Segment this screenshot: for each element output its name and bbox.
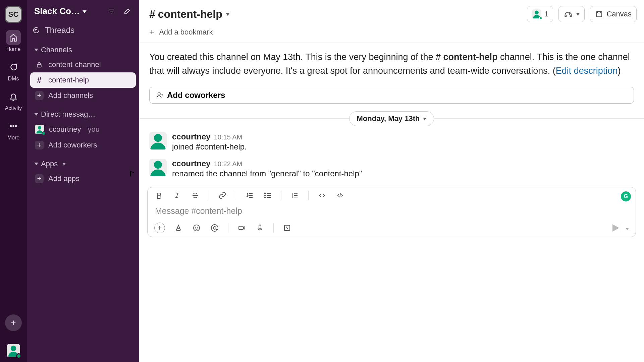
caret-down-icon [34, 113, 38, 116]
strike-button[interactable] [191, 191, 200, 200]
rail-activity[interactable]: Activity [5, 89, 22, 111]
mention-button[interactable] [210, 223, 219, 233]
add-coworkers-label: Add coworkers [48, 141, 97, 149]
add-bookmark-button[interactable]: +Add a bookmark [149, 27, 634, 37]
canvas-button[interactable]: Canvas [590, 6, 637, 22]
message-text: renamed the channel from "general" to "c… [172, 169, 362, 178]
emoji-button[interactable] [192, 223, 201, 233]
threads-link[interactable]: Threads [27, 21, 139, 41]
message-user[interactable]: ccourtney [172, 132, 211, 141]
svg-point-15 [196, 227, 196, 228]
app-rail: SC Home DMs Activity More [0, 0, 27, 362]
attach-button[interactable]: + [154, 223, 165, 233]
dm-avatar [35, 125, 44, 134]
svg-point-1 [13, 125, 14, 126]
italic-button[interactable] [172, 191, 182, 200]
dms-section-label: Direct messag… [41, 110, 96, 119]
codeblock-button[interactable] [335, 191, 345, 200]
huddle-button[interactable] [558, 6, 585, 22]
svg-point-11 [265, 193, 266, 194]
rail-more[interactable]: More [6, 119, 21, 141]
dms-section-header[interactable]: Direct messag… [30, 107, 136, 121]
user-avatar[interactable] [7, 344, 20, 357]
edit-description-link[interactable]: Edit description [556, 66, 618, 76]
dm-name: ccourtney [49, 125, 81, 134]
shortcut-button[interactable] [282, 223, 292, 233]
format-toolbar [148, 187, 636, 203]
message-user[interactable]: ccourtney [172, 159, 211, 168]
svg-point-5 [38, 126, 41, 129]
add-apps-button[interactable]: + Add apps [30, 171, 136, 186]
member-count: 1 [544, 10, 548, 18]
svg-point-3 [11, 346, 15, 351]
channel-title[interactable]: #content-help [149, 8, 230, 20]
audio-button[interactable] [255, 223, 265, 233]
caret-down-icon [34, 163, 38, 165]
channels-section-label: Channels [41, 46, 72, 54]
svg-point-14 [194, 225, 200, 231]
member-avatar [532, 9, 541, 19]
hash-icon: # [149, 8, 155, 20]
svg-point-13 [265, 197, 266, 198]
add-coworkers-button[interactable]: Add coworkers [149, 87, 634, 104]
member-count-button[interactable]: 1 [527, 6, 553, 22]
channel-label: content-help [48, 76, 89, 84]
canvas-label: Canvas [606, 10, 632, 18]
code-button[interactable] [317, 191, 327, 200]
bullet-list-button[interactable] [263, 191, 272, 200]
grammarly-icon[interactable]: G [621, 191, 631, 201]
intro-channel-ref: # content-help [436, 52, 498, 62]
chevron-down-icon [423, 118, 426, 120]
chevron-down-icon [576, 13, 580, 15]
video-button[interactable] [237, 223, 247, 233]
svg-point-9 [154, 134, 162, 142]
format-toggle-button[interactable] [174, 223, 183, 233]
send-icon [612, 224, 619, 232]
rail-home-label: Home [6, 46, 21, 52]
avatar[interactable] [149, 132, 167, 149]
date-jump-button[interactable]: Monday, May 13th [349, 111, 434, 126]
dm-ccourtney[interactable]: ccourtney you [30, 121, 136, 137]
add-channels-button[interactable]: + Add channels [30, 88, 136, 103]
channel-content-help[interactable]: # content-help [30, 72, 136, 88]
workspace-badge[interactable]: SC [5, 6, 22, 23]
message-text: joined #content-help. [172, 142, 247, 152]
channels-section-header[interactable]: Channels [30, 43, 136, 57]
rail-dms-label: DMs [8, 76, 19, 82]
svg-point-10 [154, 161, 162, 169]
send-button[interactable] [612, 224, 629, 232]
home-icon [6, 30, 21, 45]
svg-rect-4 [37, 64, 41, 67]
channel-content-channel[interactable]: content-channel [30, 57, 136, 72]
svg-point-17 [213, 227, 216, 229]
intro-text: You created this channel on May 13th. Th… [149, 52, 436, 62]
ordered-list-button[interactable] [245, 191, 254, 200]
apps-section-label: Apps [41, 160, 58, 168]
channel-intro: You created this channel on May 13th. Th… [139, 43, 644, 85]
sidebar: Slack Co… Threads Channels content-chann… [27, 0, 139, 362]
compose-button[interactable] [121, 5, 134, 17]
bell-icon [6, 89, 21, 104]
dm-icon [6, 60, 21, 74]
workspace-switcher[interactable]: Slack Co… [34, 6, 102, 16]
blockquote-button[interactable] [290, 191, 300, 200]
avatar[interactable] [149, 159, 167, 176]
threads-label: Threads [45, 25, 74, 35]
svg-point-2 [15, 125, 16, 126]
add-coworkers-button[interactable]: + Add coworkers [30, 137, 136, 153]
rail-home[interactable]: Home [6, 30, 21, 52]
channel-header: #content-help 1 Canvas [139, 0, 644, 25]
send-options[interactable] [622, 224, 629, 232]
add-bookmark-label: Add a bookmark [159, 28, 213, 37]
rail-dms[interactable]: DMs [6, 60, 21, 82]
apps-section-header[interactable]: Apps [30, 157, 136, 171]
rail-create-button[interactable] [5, 314, 22, 331]
main-panel: #content-help 1 Canvas +Add a bookmark Y… [139, 0, 644, 362]
message-input[interactable]: Message #content-help [148, 203, 636, 219]
link-button[interactable] [218, 191, 227, 200]
message-row: ccourtney10:22 AM renamed the channel fr… [139, 157, 644, 184]
filter-button[interactable] [105, 5, 118, 17]
svg-point-16 [198, 227, 198, 228]
plus-icon: + [35, 141, 44, 149]
bold-button[interactable] [154, 191, 164, 200]
